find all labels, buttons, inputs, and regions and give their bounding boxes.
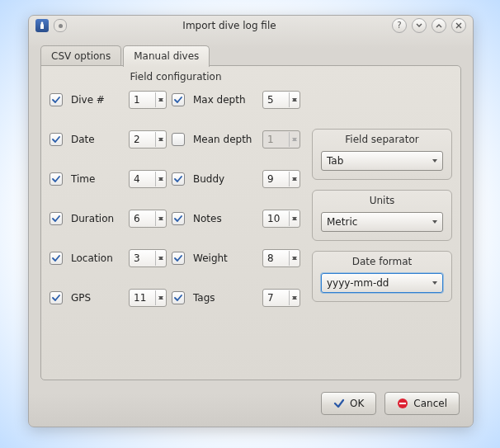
label-dive: Dive # — [71, 94, 122, 106]
spinbox-value: 5 — [263, 94, 289, 106]
checkbox-weight[interactable] — [172, 252, 185, 265]
svg-rect-2 — [399, 403, 406, 404]
chevron-down-icon — [432, 159, 437, 163]
checkbox-gps[interactable] — [50, 291, 63, 304]
spinbox-buddy[interactable]: 9 — [262, 170, 300, 188]
window-title: Import dive log file — [67, 20, 392, 31]
spin-down-icon — [290, 139, 300, 147]
spinbox-notes[interactable]: 10 — [262, 210, 300, 228]
checkbox-location[interactable] — [50, 252, 63, 265]
spinbox-meandepth: 1 — [262, 130, 300, 149]
tab-page-manual-dives: Field configuration Dive #1Max depth5Dat… — [40, 65, 461, 380]
ok-button[interactable]: OK — [321, 392, 376, 415]
label-tags: Tags — [193, 292, 256, 304]
cancel-label: Cancel — [413, 398, 447, 409]
spinbox-date[interactable]: 2 — [129, 130, 167, 149]
spinbox-tags[interactable]: 7 — [262, 289, 300, 307]
checkbox-notes[interactable] — [172, 212, 185, 225]
close-button[interactable] — [451, 18, 466, 33]
chevron-down-icon — [432, 220, 437, 224]
spin-down-icon[interactable] — [156, 258, 166, 266]
checkbox-tags[interactable] — [172, 291, 185, 304]
group-title: Field separator — [313, 134, 451, 145]
checkbox-meandepth[interactable] — [172, 133, 185, 146]
chevron-down-icon — [432, 281, 437, 285]
spin-down-icon[interactable] — [156, 139, 166, 147]
spinbox-value: 1 — [263, 134, 289, 145]
group-date-format: Date format yyyy-mm-dd — [312, 251, 452, 302]
spinbox-maxdepth[interactable]: 5 — [262, 91, 300, 109]
minimize-button[interactable] — [412, 18, 427, 33]
spin-down-icon[interactable] — [156, 298, 166, 305]
app-icon — [35, 19, 49, 32]
spinbox-duration[interactable]: 6 — [129, 210, 167, 228]
checkbox-duration[interactable] — [50, 212, 63, 225]
spin-down-icon[interactable] — [290, 100, 300, 107]
spinbox-value: 4 — [130, 173, 155, 185]
group-units: Units Metric — [312, 190, 452, 241]
tab-manual-dives[interactable]: Manual dives — [123, 45, 210, 67]
maximize-button[interactable] — [432, 18, 446, 33]
checkbox-buddy[interactable] — [172, 172, 185, 186]
checkbox-date[interactable] — [50, 133, 63, 146]
spin-down-icon[interactable] — [156, 179, 166, 186]
spin-down-icon[interactable] — [156, 100, 166, 107]
label-duration: Duration — [71, 213, 122, 224]
label-buddy: Buddy — [193, 173, 256, 185]
group-title: Units — [313, 195, 451, 206]
checkbox-time[interactable] — [50, 172, 63, 186]
section-title: Field configuration — [41, 71, 310, 83]
label-time: Time — [71, 173, 122, 185]
spinbox-dive[interactable]: 1 — [129, 91, 167, 109]
svg-point-0 — [41, 22, 44, 25]
spinbox-value: 6 — [130, 213, 155, 224]
titlebar: Import dive log file ? — [29, 16, 473, 35]
spin-down-icon[interactable] — [290, 179, 300, 186]
window-pin-button[interactable] — [54, 19, 67, 32]
field-separator-combo[interactable]: Tab — [321, 151, 443, 171]
spinbox-value: 8 — [263, 252, 289, 264]
ok-check-icon — [333, 398, 345, 409]
cancel-stop-icon — [397, 398, 408, 409]
group-field-separator: Field separator Tab — [312, 129, 452, 180]
spinbox-location[interactable]: 3 — [129, 249, 167, 267]
spinbox-value: 7 — [263, 292, 289, 304]
spinbox-value: 10 — [263, 213, 289, 224]
label-gps: GPS — [71, 292, 122, 304]
spin-down-icon[interactable] — [290, 219, 300, 226]
cancel-button[interactable]: Cancel — [384, 392, 460, 415]
spinbox-value: 3 — [130, 252, 155, 264]
spinbox-value: 1 — [130, 94, 155, 106]
help-button[interactable]: ? — [392, 18, 407, 33]
label-notes: Notes — [193, 213, 256, 224]
ok-label: OK — [350, 398, 364, 409]
units-combo[interactable]: Metric — [321, 212, 443, 232]
spin-down-icon[interactable] — [290, 258, 300, 266]
date-format-combo[interactable]: yyyy-mm-dd — [321, 273, 443, 293]
checkbox-dive[interactable] — [50, 93, 63, 106]
spin-down-icon[interactable] — [290, 298, 300, 305]
label-location: Location — [71, 252, 122, 264]
spinbox-weight[interactable]: 8 — [262, 249, 300, 267]
checkbox-maxdepth[interactable] — [172, 93, 185, 106]
label-maxdepth: Max depth — [193, 94, 256, 106]
label-weight: Weight — [193, 252, 256, 264]
dialog-window: Import dive log file ? CSV options Manua… — [28, 15, 474, 427]
spinbox-value: 9 — [263, 173, 289, 185]
label-meandepth: Mean depth — [193, 134, 256, 145]
spinbox-time[interactable]: 4 — [129, 170, 167, 188]
label-date: Date — [71, 134, 122, 145]
spinbox-value: 11 — [130, 292, 155, 304]
spin-down-icon[interactable] — [156, 219, 166, 226]
tab-csv-options[interactable]: CSV options — [40, 45, 121, 67]
spinbox-value: 2 — [130, 134, 155, 145]
spinbox-gps[interactable]: 11 — [129, 289, 167, 307]
group-title: Date format — [313, 256, 451, 267]
